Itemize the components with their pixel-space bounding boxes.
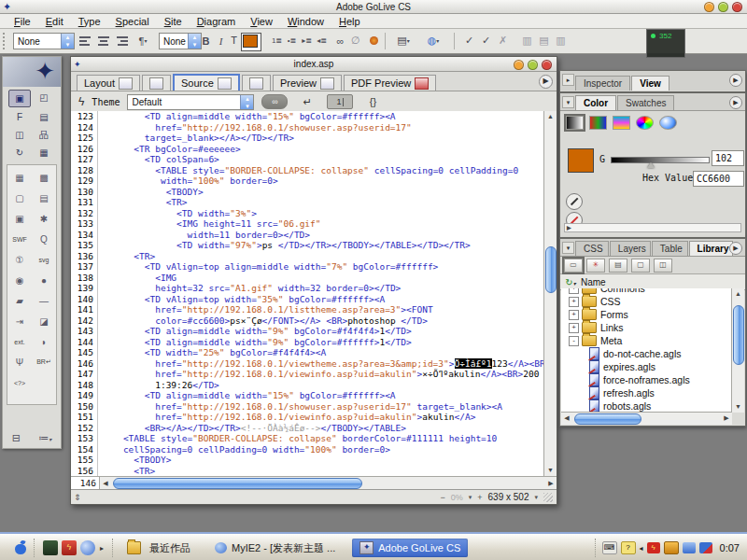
components-icon[interactable]: ✳ [586, 259, 605, 273]
paragraph-format-select[interactable]: None ▲▼ [13, 33, 75, 49]
scroll-up-icon[interactable]: ▲ [732, 288, 744, 300]
forms-objects-button[interactable]: F [8, 109, 31, 125]
scroll-left-icon[interactable]: ◀ [100, 477, 111, 489]
navigate-code-button[interactable]: {} [360, 95, 385, 108]
library-horizontal-scrollbar[interactable]: ◀ ▶ [561, 412, 732, 425]
tab-source[interactable]: Source [173, 74, 240, 91]
code-horizontal-scrollbar[interactable]: ◀ ▶ [100, 477, 557, 490]
show-in-browser-button[interactable]: ▥ [519, 33, 535, 49]
tree-file-row[interactable]: robots.agls [561, 399, 732, 413]
tree-file-row[interactable]: refresh.agls [561, 386, 732, 399]
ext-script-object-icon[interactable]: ext. [7, 331, 32, 352]
open-document-button[interactable]: ▤▾ [392, 33, 415, 49]
increase-indent-button[interactable]: ▸≣ [299, 33, 315, 49]
decrease-indent-button[interactable]: ◂≣ [314, 33, 330, 49]
menu-special[interactable]: Special [109, 16, 156, 27]
expand-toggle-icon[interactable]: + [569, 310, 579, 320]
task-golive[interactable]: ✦Adobe GoLive CS [352, 539, 468, 557]
zoom-in-button[interactable]: + [477, 493, 482, 502]
expand-toggle-icon[interactable]: - [569, 336, 579, 346]
panel-collapse-button[interactable]: ▾ [562, 96, 574, 108]
bullet-list-button[interactable]: •≣ [284, 33, 300, 49]
layout-textbox-object-icon[interactable]: ▢ [7, 188, 32, 208]
tab-view[interactable]: View [631, 76, 669, 91]
network-tray-icon[interactable] [683, 542, 696, 553]
numbered-list-button[interactable]: 1≣ [269, 33, 285, 49]
maximize-button[interactable] [718, 2, 728, 12]
task-myie2[interactable]: MyIE2 - [发表新主题 ... [207, 539, 343, 557]
minimize-button[interactable] [704, 2, 714, 12]
tree-file-row[interactable]: force-noframes.agls [561, 373, 732, 386]
menu-view[interactable]: View [244, 16, 279, 27]
tree-folder-row[interactable]: -Meta [561, 334, 732, 347]
cmyk-mode-icon[interactable] [613, 116, 630, 130]
pages-icon[interactable]: ▢ [631, 259, 650, 273]
quicklaunch-expand-icon[interactable]: ▸ [100, 544, 104, 553]
input-method-tray-icon[interactable]: ? [621, 541, 636, 554]
rgb-mode-icon[interactable] [589, 116, 607, 130]
library-vertical-scrollbar[interactable]: ▲ ▼ [731, 288, 744, 413]
horizontal-line-object-icon[interactable]: — [32, 290, 56, 311]
minimize-button[interactable] [514, 60, 524, 70]
duplicate-page-button[interactable]: ▥ [553, 33, 569, 49]
grayscale-mode-icon[interactable] [566, 116, 584, 130]
source-code-editor[interactable]: 123 <TD align=middle width="15%" bgColor… [71, 111, 557, 476]
size-menu-icon[interactable]: ▾ [534, 494, 538, 501]
layout-grid-object-icon[interactable]: ▩ [32, 167, 56, 188]
align-left-button[interactable] [77, 33, 92, 49]
scroll-right-icon[interactable]: ▶ [721, 413, 732, 424]
floating-box-object-icon[interactable]: ▤ [32, 188, 56, 208]
tab-layers[interactable]: Layers [610, 241, 651, 256]
toolbar-grip[interactable] [3, 33, 9, 49]
swf-object-icon[interactable]: SWF [7, 229, 32, 249]
tree-file-row[interactable]: do-not-cache.agls [561, 347, 732, 360]
eraser-object-icon[interactable]: ◪ [32, 311, 56, 331]
align-center-button[interactable] [95, 33, 111, 49]
link-button[interactable]: ∞ [332, 33, 348, 49]
palette-dock-button[interactable]: ⊟ [12, 432, 21, 444]
spacer-object-icon[interactable]: ⇥ [7, 311, 32, 331]
resize-grip[interactable] [543, 493, 553, 502]
basic-objects-button[interactable]: ▣ [8, 90, 31, 107]
expand-toggle-icon[interactable]: + [569, 288, 579, 294]
flashget-tray-icon[interactable]: ϟ [647, 542, 660, 553]
panel-collapse-button[interactable]: ▸ [562, 74, 574, 86]
hscroll-thumb[interactable] [574, 413, 641, 425]
tab-pdf-preview[interactable]: PDF Preview [344, 75, 436, 91]
split-view-toggle[interactable]: ⇕ [71, 493, 81, 502]
menu-edit[interactable]: Edit [39, 16, 70, 27]
svg-object-icon[interactable]: svg [32, 249, 56, 270]
vscroll-thumb[interactable] [545, 246, 557, 293]
site-objects-button[interactable]: 品 [33, 127, 55, 143]
line-numbers-toggle[interactable]: 1 [327, 94, 353, 109]
quicklaunch-acdsee-icon[interactable] [43, 540, 58, 555]
quicklaunch-flashget-icon[interactable]: ϟ [62, 540, 77, 555]
start-button[interactable] [13, 540, 28, 555]
syntax-highlight-icon[interactable]: ϟ [78, 95, 84, 108]
panel-collapse-button[interactable]: ▾ [562, 242, 574, 254]
maximize-button[interactable] [528, 60, 538, 70]
keyboard-tray-icon[interactable]: ⌨ [602, 541, 617, 554]
table-object-icon[interactable]: ▦ [7, 167, 32, 188]
head-objects-button[interactable]: ▤ [33, 109, 55, 125]
comment-object-icon[interactable]: ◗ [32, 331, 56, 352]
name-column-header[interactable]: Name [581, 277, 606, 287]
align-right-button[interactable] [114, 33, 130, 49]
tree-file-row[interactable]: expires.agls [561, 360, 732, 373]
teletype-button[interactable]: T [226, 33, 242, 49]
stepper-icon[interactable]: ▲▼ [61, 34, 74, 49]
expand-toggle-icon[interactable]: + [569, 323, 579, 333]
quicktime-object-icon[interactable]: Q [32, 229, 56, 249]
tab-color[interactable]: Color [575, 95, 616, 110]
gray-slider[interactable] [611, 157, 710, 163]
menu-help[interactable]: Help [332, 16, 367, 27]
web-colors-icon[interactable] [659, 116, 677, 130]
panel-menu-button[interactable]: ▶ [729, 242, 742, 255]
tab-table[interactable]: Table [652, 241, 688, 256]
zoom-out-button[interactable]: − [440, 493, 444, 502]
panel-menu-button[interactable]: ▶ [729, 96, 742, 109]
tab-css[interactable]: CSS [575, 241, 609, 256]
asp-tag-object-icon[interactable]: <?> [7, 372, 32, 393]
scroll-up-icon[interactable]: ▲ [544, 111, 557, 122]
quicklaunch-myie2-icon[interactable] [80, 540, 95, 555]
